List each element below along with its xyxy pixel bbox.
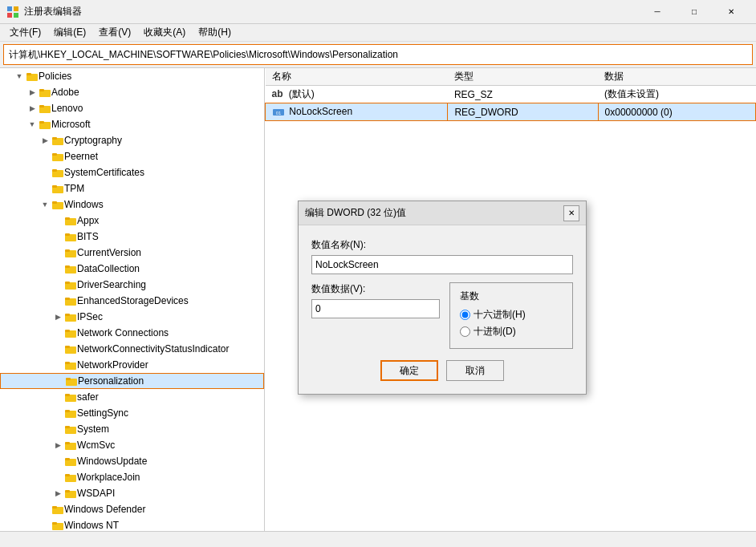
menu-view[interactable]: 查看(V) — [92, 24, 137, 41]
tree-item-bits[interactable]: ▶ BITS — [0, 229, 264, 245]
tree-item-microsoft[interactable]: ▼ Microsoft — [0, 116, 264, 132]
folder-icon-systemcertificates — [51, 166, 64, 179]
dialog-close-button[interactable]: ✕ — [563, 205, 579, 221]
dialog-confirm-button[interactable]: 确定 — [380, 360, 438, 381]
tree-item-windowsupdate[interactable]: ▶ WindowsUpdate — [0, 453, 264, 469]
tree-item-peernet[interactable]: ▶ Peernet — [0, 148, 264, 164]
expand-policies[interactable]: ▼ — [13, 70, 26, 83]
expand-wsdapi[interactable]: ▶ — [51, 487, 64, 500]
svg-rect-51 — [65, 442, 70, 444]
tree-item-policies[interactable]: ▼ Policies — [0, 68, 264, 84]
folder-icon-driversearching — [64, 278, 77, 291]
nolockscreen-data: 0x00000000 (0) — [598, 103, 755, 121]
tree-item-ipsec[interactable]: ▶ IPSec — [0, 309, 264, 325]
label-ipsec: IPSec — [77, 311, 261, 322]
folder-icon-windowsdefender — [51, 503, 64, 516]
folder-icon-bits — [64, 230, 77, 243]
expand-microsoft[interactable]: ▼ — [26, 118, 39, 131]
tree-item-settingsync[interactable]: ▶ SettingSync — [0, 405, 264, 421]
maximize-button[interactable]: □ — [676, 0, 713, 24]
minimize-button[interactable]: ─ — [639, 0, 676, 24]
expand-adobe[interactable]: ▶ — [26, 86, 39, 99]
svg-rect-45 — [65, 394, 70, 396]
tree-item-currentversion[interactable]: ▶ CurrentVersion — [0, 245, 264, 261]
window-controls: ─ □ ✕ — [639, 0, 750, 24]
tree-item-wsdapi[interactable]: ▶ WSDAPI — [0, 485, 264, 501]
window-title: 注册表编辑器 — [24, 5, 82, 18]
registry-row-default[interactable]: ab (默认) REG_SZ (数值未设置) — [266, 86, 756, 103]
registry-row-nolockscreen[interactable]: 01 NoLockScreen REG_DWORD 0x00000000 (0) — [266, 103, 756, 121]
dialog-title: 编辑 DWORD (32 位)值 — [305, 206, 406, 220]
tree-item-tpm[interactable]: ▶ TPM — [0, 180, 264, 197]
svg-rect-19 — [52, 185, 57, 188]
folder-icon-networkprovider — [64, 359, 77, 371]
close-button[interactable]: ✕ — [713, 0, 750, 24]
tree-item-appx[interactable]: ▶ Appx — [0, 213, 264, 229]
label-networkprovider: NetworkProvider — [77, 359, 261, 371]
tree-item-networkconnections[interactable]: ▶ Network Connections — [0, 325, 264, 341]
svg-rect-3 — [14, 13, 18, 18]
tree-item-adobe[interactable]: ▶ Adobe — [0, 84, 264, 100]
dialog-dec-label: 十进制(D) — [474, 325, 516, 338]
col-name: 名称 — [266, 68, 448, 86]
svg-rect-41 — [65, 362, 70, 364]
col-type: 类型 — [448, 68, 598, 86]
svg-rect-5 — [26, 73, 31, 75]
tree-item-networkprovider[interactable]: ▶ NetworkProvider — [0, 357, 264, 373]
dialog-dec-radio[interactable] — [460, 326, 470, 337]
tree-item-windowsnt[interactable]: ▶ Windows NT — [0, 517, 264, 531]
tree-item-wcmsvc[interactable]: ▶ WcmSvc — [0, 437, 264, 453]
label-wsdapi: WSDAPI — [77, 488, 261, 499]
folder-icon-datacollection — [64, 262, 77, 275]
label-tpm: TPM — [64, 183, 261, 194]
menu-help[interactable]: 帮助(H) — [192, 24, 238, 41]
label-settingsync: SettingSync — [77, 407, 261, 419]
menu-favorites[interactable]: 收藏夹(A) — [137, 24, 192, 41]
svg-rect-39 — [65, 346, 70, 348]
registry-tree[interactable]: ▼ Policies ▶ Adobe ▶ Lenovo ▼ Microsoft … — [0, 68, 265, 531]
menu-edit[interactable]: 编辑(E) — [47, 24, 92, 41]
folder-icon-windowsupdate — [64, 455, 77, 468]
tree-item-windowsdefender[interactable]: ▶ Windows Defender — [0, 501, 264, 517]
dialog-hex-row[interactable]: 十六进制(H) — [460, 308, 563, 322]
expand-ipsec[interactable]: ▶ — [51, 310, 64, 323]
svg-rect-33 — [65, 298, 70, 300]
tree-item-personalization[interactable]: ▶ Personalization — [0, 373, 264, 389]
tree-item-enhancedstoragedevices[interactable]: ▶ EnhancedStorageDevices — [0, 293, 264, 309]
tree-item-cryptography[interactable]: ▶ Cryptography — [0, 132, 264, 148]
dialog-data-input[interactable] — [311, 299, 440, 318]
menu-file[interactable]: 文件(F) — [3, 24, 47, 41]
expand-wcmsvc[interactable]: ▶ — [51, 439, 64, 452]
expand-lenovo[interactable]: ▶ — [26, 102, 39, 115]
expand-cryptography[interactable]: ▶ — [39, 134, 51, 147]
dialog-data-label: 数值数据(V): — [311, 282, 440, 296]
tree-item-windows[interactable]: ▼ Windows — [0, 197, 264, 213]
label-windowsupdate: WindowsUpdate — [77, 456, 261, 467]
expand-windows[interactable]: ▼ — [39, 198, 51, 211]
dialog-cancel-button[interactable]: 取消 — [446, 360, 504, 381]
label-personalization: Personalization — [78, 375, 260, 387]
dialog-name-input[interactable] — [311, 255, 573, 274]
tree-item-safer[interactable]: ▶ safer — [0, 389, 264, 405]
status-bar — [0, 531, 756, 547]
folder-icon-personalization — [65, 375, 78, 387]
tree-item-lenovo[interactable]: ▶ Lenovo — [0, 100, 264, 116]
svg-rect-55 — [65, 474, 70, 476]
label-microsoft: Microsoft — [51, 119, 261, 130]
tree-item-datacollection[interactable]: ▶ DataCollection — [0, 261, 264, 277]
label-windows: Windows — [64, 199, 261, 210]
folder-icon-networkconnections — [64, 326, 77, 339]
svg-rect-61 — [52, 522, 57, 525]
tree-item-workplacejoin[interactable]: ▶ WorkplaceJoin — [0, 469, 264, 485]
tree-item-systemcertificates[interactable]: ▶ SystemCertificates — [0, 164, 264, 180]
tree-item-driversearching[interactable]: ▶ DriverSearching — [0, 277, 264, 293]
tree-item-networkconnectivitystatusindicator[interactable]: ▶ NetworkConnectivityStatusIndicator — [0, 341, 264, 357]
folder-icon-wcmsvc — [64, 439, 77, 452]
dialog-hex-radio[interactable] — [460, 310, 470, 320]
dword-edit-dialog: 编辑 DWORD (32 位)值 ✕ 数值名称(N): 数值数据(V): 基数 — [298, 201, 587, 395]
folder-icon-lenovo — [39, 102, 51, 115]
address-bar[interactable]: 计算机\HKEY_LOCAL_MACHINE\SOFTWARE\Policies… — [3, 44, 753, 65]
dialog-dec-row[interactable]: 十进制(D) — [460, 325, 563, 338]
tree-item-system[interactable]: ▶ System — [0, 421, 264, 437]
dialog-base-label: 基数 — [460, 290, 563, 303]
